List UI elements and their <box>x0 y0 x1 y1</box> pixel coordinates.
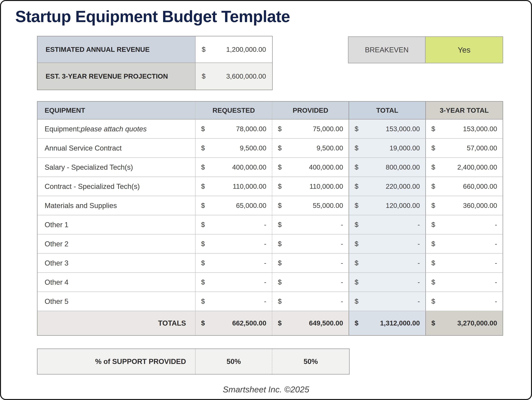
provided-cell: $- <box>272 254 349 273</box>
amount-text: 110,000.00 <box>310 182 343 190</box>
currency-symbol: $ <box>355 144 358 152</box>
total-cell: $220,000.00 <box>349 177 426 196</box>
amount-text: 220,000.00 <box>386 182 420 190</box>
currency-symbol: $ <box>201 221 205 229</box>
amount-text: - <box>418 221 420 229</box>
amount-text: 400,000.00 <box>232 163 266 171</box>
totals-label-cell: TOTALS <box>38 311 196 335</box>
equipment-name-text: Other 3 <box>45 259 69 267</box>
amount-text: 153,000.00 <box>386 125 420 133</box>
amount-text: - <box>264 259 266 267</box>
provided-cell: $- <box>272 234 349 254</box>
breakeven-value: Yes <box>425 37 503 63</box>
amount-text: 400,000.00 <box>309 163 343 171</box>
amount-text: 649,500.00 <box>309 319 343 327</box>
currency-symbol: $ <box>202 46 205 53</box>
estimated-annual-revenue-label: ESTIMATED ANNUAL REVENUE <box>38 36 196 63</box>
currency-symbol: $ <box>355 278 358 286</box>
equipment-name-text: Other 1 <box>45 221 69 229</box>
currency-symbol: $ <box>431 182 435 190</box>
equipment-name-cell: Contract - Specialized Tech(s) <box>38 177 196 196</box>
three-year-revenue-projection-value: $ 3,600,000.00 <box>196 63 272 90</box>
currency-symbol: $ <box>355 163 358 171</box>
equipment-name-cell: Equipment; please attach quotes <box>38 120 196 139</box>
requested-cell: $78,000.00 <box>196 120 272 139</box>
amount-text: 120,000.00 <box>386 202 420 209</box>
amount-text: - <box>418 240 420 248</box>
footer-copyright: Smartsheet Inc. ©2025 <box>1 385 531 394</box>
currency-symbol: $ <box>278 319 282 327</box>
requested-cell: $65,000.00 <box>196 196 272 215</box>
currency-symbol: $ <box>355 125 358 133</box>
amount-text: - <box>341 221 343 229</box>
total-cell: $120,000.00 <box>349 196 426 215</box>
support-requested-percent: 50% <box>196 349 272 374</box>
currency-symbol: $ <box>201 202 205 209</box>
equipment-name-cell: Other 3 <box>38 254 196 273</box>
equipment-name-text: Materials and Supplies <box>45 201 117 210</box>
amount-text: 360,000.00 <box>463 202 497 209</box>
currency-symbol: $ <box>201 182 205 190</box>
provided-cell: $55,000.00 <box>272 196 349 215</box>
revenue-summary-table: ESTIMATED ANNUAL REVENUE $ 1,200,000.00 … <box>37 36 273 90</box>
total-cell: $- <box>349 234 426 254</box>
currency-symbol: $ <box>355 319 358 327</box>
provided-cell: $- <box>272 273 349 292</box>
three-year-total-cell: $- <box>426 292 503 311</box>
equipment-name-text: Other 4 <box>45 278 69 286</box>
currency-symbol: $ <box>201 297 205 305</box>
requested-cell: $9,500.00 <box>196 139 272 158</box>
currency-symbol: $ <box>431 319 435 327</box>
breakeven-label: BREAKEVEN <box>348 37 425 63</box>
column-header-provided: PROVIDED <box>272 102 349 120</box>
amount-text: 110,000.00 <box>233 182 266 190</box>
equipment-name-cell: Other 5 <box>38 292 196 311</box>
requested-cell: $400,000.00 <box>196 158 272 177</box>
column-header-requested: REQUESTED <box>196 102 272 120</box>
amount-text: 78,000.00 <box>236 125 266 133</box>
totals-requested-cell: $662,500.00 <box>196 311 272 335</box>
total-cell: $- <box>349 273 426 292</box>
currency-symbol: $ <box>431 125 435 133</box>
currency-symbol: $ <box>355 202 358 209</box>
amount-text: - <box>264 240 266 248</box>
three-year-total-cell: $360,000.00 <box>426 196 503 215</box>
amount-text: 2,400,000.00 <box>457 163 497 171</box>
provided-cell: $- <box>272 215 349 234</box>
currency-symbol: $ <box>431 259 435 267</box>
three-year-total-cell: $660,000.00 <box>426 177 503 196</box>
currency-symbol: $ <box>355 182 358 190</box>
estimated-annual-revenue-value: $ 1,200,000.00 <box>196 36 272 63</box>
amount-text: - <box>341 240 343 248</box>
equipment-name-text: Equipment; <box>45 125 81 133</box>
equipment-name-cell: Other 4 <box>38 273 196 292</box>
provided-cell: $400,000.00 <box>272 158 349 177</box>
currency-symbol: $ <box>278 163 282 171</box>
currency-symbol: $ <box>201 259 205 267</box>
equipment-name-cell: Materials and Supplies <box>38 196 196 215</box>
total-cell: $800,000.00 <box>349 158 426 177</box>
equipment-name-text: Contract - Specialized Tech(s) <box>45 182 140 191</box>
currency-symbol: $ <box>278 221 282 229</box>
currency-symbol: $ <box>278 202 282 209</box>
requested-cell: $- <box>196 234 272 254</box>
amount-text: - <box>418 259 420 267</box>
equipment-name-cell: Salary - Specialized Tech(s) <box>38 158 196 177</box>
amount-text: - <box>341 278 343 286</box>
totals-total-cell: $1,312,000.00 <box>349 311 426 335</box>
provided-cell: $9,500.00 <box>272 139 349 158</box>
breakeven-indicator: BREAKEVEN Yes <box>348 36 503 63</box>
currency-symbol: $ <box>431 221 435 229</box>
amount-text: - <box>341 297 343 305</box>
equipment-name-cell: Other 2 <box>38 234 196 254</box>
total-cell: $- <box>349 215 426 234</box>
total-cell: $153,000.00 <box>349 120 426 139</box>
three-year-total-cell: $153,000.00 <box>426 120 503 139</box>
currency-symbol: $ <box>355 221 358 229</box>
page-title: Startup Equipment Budget Template <box>15 7 290 26</box>
equipment-budget-table: EQUIPMENT REQUESTED PROVIDED TOTAL 3-YEA… <box>37 101 503 336</box>
amount-text: - <box>341 259 343 267</box>
amount-text: - <box>495 240 497 248</box>
amount-text: 75,000.00 <box>313 125 343 133</box>
amount-text: 65,000.00 <box>236 202 266 209</box>
